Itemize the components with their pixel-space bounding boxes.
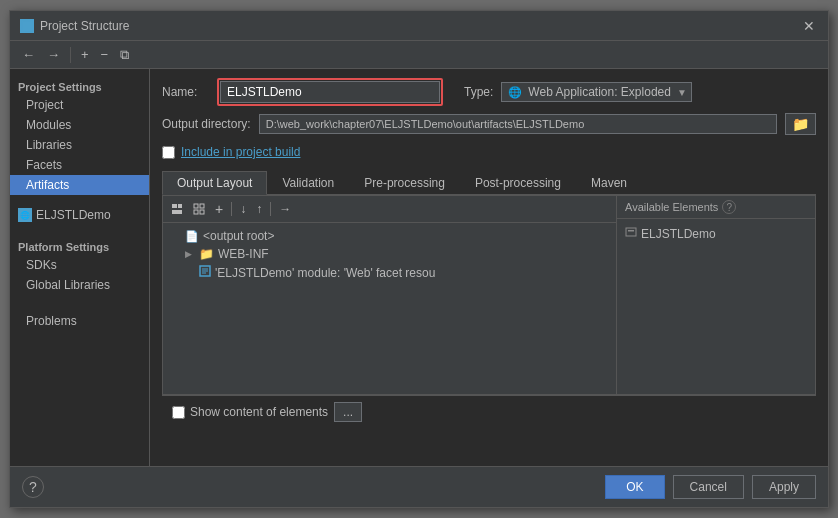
output-dir-label: Output directory: bbox=[162, 117, 251, 131]
show-content-checkbox[interactable] bbox=[172, 406, 185, 419]
main-content: Project Settings Project Modules Librari… bbox=[10, 69, 828, 466]
type-icon: 🌐 bbox=[508, 86, 522, 99]
title-bar: Project Structure ✕ bbox=[10, 11, 828, 41]
svg-rect-6 bbox=[200, 204, 204, 208]
show-content-row: Show content of elements bbox=[172, 405, 328, 419]
type-dropdown-arrow: ▼ bbox=[677, 87, 687, 98]
sidebar-item-artifacts[interactable]: Artifacts bbox=[10, 175, 149, 195]
sidebar-item-facets[interactable]: Facets bbox=[10, 155, 149, 175]
close-button[interactable]: ✕ bbox=[800, 17, 818, 35]
tree-grid-btn[interactable] bbox=[189, 201, 209, 217]
tree-arrow-web-inf: ▶ bbox=[185, 249, 195, 259]
tree-add-layout-btn[interactable] bbox=[167, 201, 187, 217]
tree-folder-icon: 📁 bbox=[199, 247, 214, 261]
svg-rect-8 bbox=[200, 210, 204, 214]
footer-right: OK Cancel Apply bbox=[605, 475, 816, 499]
available-item-icon bbox=[625, 226, 637, 241]
tab-maven[interactable]: Maven bbox=[576, 171, 642, 195]
name-type-row: Name: Type: 🌐 Web Application: Exploded … bbox=[162, 81, 816, 103]
remove-button[interactable]: − bbox=[97, 45, 113, 64]
sidebar-item-global-libraries[interactable]: Global Libraries bbox=[10, 275, 149, 295]
sidebar-item-libraries[interactable]: Libraries bbox=[10, 135, 149, 155]
sidebar: Project Settings Project Modules Librari… bbox=[10, 69, 150, 466]
available-elements-panel: Available Elements ? ELJSTLDemo bbox=[616, 195, 816, 395]
copy-button[interactable]: ⧉ bbox=[116, 45, 133, 65]
svg-rect-4 bbox=[172, 210, 182, 214]
cancel-button[interactable]: Cancel bbox=[673, 475, 744, 499]
bottom-bar: Show content of elements ... bbox=[162, 395, 816, 428]
name-input[interactable] bbox=[220, 81, 440, 103]
artifact-icon: 🌐 bbox=[18, 208, 32, 222]
spacer2 bbox=[10, 225, 149, 237]
tree-item-web-inf[interactable]: ▶ 📁 WEB-INF bbox=[163, 245, 616, 263]
right-panel: Name: Type: 🌐 Web Application: Exploded … bbox=[150, 69, 828, 466]
ellipsis-button[interactable]: ... bbox=[334, 402, 362, 422]
tree-arrow-btn[interactable]: → bbox=[275, 200, 295, 218]
type-value: Web Application: Exploded bbox=[528, 85, 671, 99]
show-content-label: Show content of elements bbox=[190, 405, 328, 419]
back-button[interactable]: ← bbox=[18, 45, 39, 64]
include-in-build-checkbox[interactable] bbox=[162, 146, 175, 159]
svg-rect-5 bbox=[194, 204, 198, 208]
footer-left: ? bbox=[22, 476, 44, 498]
dialog-title: Project Structure bbox=[40, 19, 129, 33]
project-settings-label: Project Settings bbox=[10, 77, 149, 95]
tree-plus-btn[interactable]: + bbox=[211, 199, 227, 219]
svg-rect-13 bbox=[626, 228, 636, 236]
help-button[interactable]: ? bbox=[22, 476, 44, 498]
available-help-icon[interactable]: ? bbox=[722, 200, 736, 214]
svg-rect-14 bbox=[628, 230, 634, 232]
tree-content: 📄 <output root> ▶ 📁 WEB-INF bbox=[163, 223, 616, 286]
tab-post-processing[interactable]: Post-processing bbox=[460, 171, 576, 195]
spacer3 bbox=[10, 295, 149, 311]
left-tree-panel: + ↓ ↑ → 📄 <output root> bbox=[162, 195, 616, 395]
tree-down-btn[interactable]: ↓ bbox=[236, 200, 250, 218]
name-label: Name: bbox=[162, 85, 212, 99]
available-elements-header: Available Elements ? bbox=[617, 196, 815, 219]
browse-folder-button[interactable]: 📁 bbox=[785, 113, 816, 135]
tree-root-icon: 📄 bbox=[185, 230, 199, 243]
tabs-bar: Output Layout Validation Pre-processing … bbox=[162, 171, 816, 195]
tree-toolbar-sep bbox=[231, 202, 232, 216]
sidebar-item-project[interactable]: Project bbox=[10, 95, 149, 115]
sidebar-item-sdks[interactable]: SDKs bbox=[10, 255, 149, 275]
ok-button[interactable]: OK bbox=[605, 475, 664, 499]
add-button[interactable]: + bbox=[77, 45, 93, 64]
tab-output-layout[interactable]: Output Layout bbox=[162, 171, 267, 195]
platform-settings-label: Platform Settings bbox=[10, 237, 149, 255]
available-item-eljstldemo[interactable]: ELJSTLDemo bbox=[617, 223, 815, 244]
svg-rect-0 bbox=[22, 21, 32, 31]
available-elements-list: ELJSTLDemo bbox=[617, 219, 815, 248]
toolbar-separator bbox=[70, 47, 71, 63]
apply-button[interactable]: Apply bbox=[752, 475, 816, 499]
module-file-icon bbox=[199, 265, 211, 280]
include-build-row: Include in project build bbox=[162, 145, 816, 159]
svg-rect-3 bbox=[178, 204, 182, 208]
tree-toolbar: + ↓ ↑ → bbox=[163, 196, 616, 223]
output-dir-input[interactable] bbox=[259, 114, 777, 134]
sidebar-item-problems[interactable]: Problems bbox=[10, 311, 149, 331]
sidebar-artifact-eljstldemo[interactable]: 🌐 ELJSTLDemo bbox=[10, 205, 149, 225]
tree-up-btn[interactable]: ↑ bbox=[252, 200, 266, 218]
sidebar-item-modules[interactable]: Modules bbox=[10, 115, 149, 135]
forward-button[interactable]: → bbox=[43, 45, 64, 64]
type-label: Type: bbox=[464, 85, 493, 99]
dialog-icon bbox=[20, 19, 34, 33]
output-dir-row: Output directory: 📁 bbox=[162, 113, 816, 135]
spacer bbox=[10, 195, 149, 205]
top-toolbar: ← → + − ⧉ bbox=[10, 41, 828, 69]
tree-item-output-root[interactable]: 📄 <output root> bbox=[163, 227, 616, 245]
tab-pre-processing[interactable]: Pre-processing bbox=[349, 171, 460, 195]
name-input-wrapper bbox=[220, 81, 440, 103]
svg-rect-1 bbox=[24, 23, 30, 25]
tree-item-module-web[interactable]: 'ELJSTLDemo' module: 'Web' facet resou bbox=[163, 263, 616, 282]
title-bar-left: Project Structure bbox=[20, 19, 129, 33]
project-structure-dialog: Project Structure ✕ ← → + − ⧉ Project Se… bbox=[9, 10, 829, 508]
tab-validation[interactable]: Validation bbox=[267, 171, 349, 195]
type-select[interactable]: 🌐 Web Application: Exploded ▼ bbox=[501, 82, 691, 102]
svg-rect-7 bbox=[194, 210, 198, 214]
panels-area: + ↓ ↑ → 📄 <output root> bbox=[162, 195, 816, 395]
svg-rect-2 bbox=[172, 204, 177, 208]
dialog-footer: ? OK Cancel Apply bbox=[10, 466, 828, 507]
include-in-build-label[interactable]: Include in project build bbox=[181, 145, 300, 159]
